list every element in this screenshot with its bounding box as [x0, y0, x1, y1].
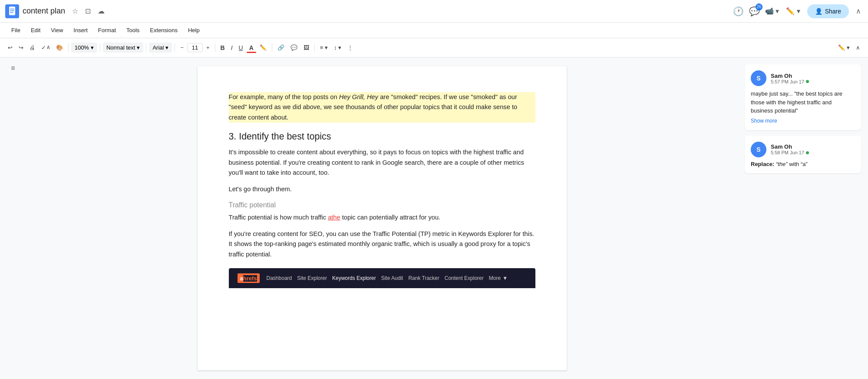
paragraph-4: If you're creating content for SEO, you … — [229, 229, 535, 259]
divider-7 — [314, 43, 315, 52]
menu-view[interactable]: View — [46, 25, 67, 35]
edit-pencil-button[interactable]: ✏️ ▾ — [835, 43, 852, 53]
show-more-link-1[interactable]: Show more — [751, 118, 777, 124]
ahrefs-nav-keywords-explorer[interactable]: Keywords Explorer — [332, 275, 376, 281]
comment-button[interactable]: 💬 — [288, 43, 300, 53]
top-bar: content plan ☆ ⊡ ☁ 🕐 💬 26 📹 ▾ ✏️ ▾ 👤 Sha… — [0, 0, 868, 23]
doc-page: For example, many of the top posts on He… — [198, 66, 567, 370]
avatar-1: S — [751, 70, 766, 86]
share-button[interactable]: 👤 Share — [807, 4, 849, 18]
replace-label: Replace: — [751, 161, 774, 167]
ahrefs-more-label: More — [489, 275, 501, 281]
spell-check-button[interactable]: ✓A — [39, 43, 53, 53]
divider-6 — [272, 43, 272, 52]
online-indicator-1 — [806, 80, 809, 83]
print-button[interactable]: 🖨 — [27, 43, 38, 53]
online-indicator-2 — [806, 151, 809, 154]
ahrefs-logo: ahrefs — [238, 273, 260, 283]
redo-button[interactable]: ↪ — [16, 43, 26, 53]
replace-from: “the” — [776, 161, 788, 167]
menu-extensions[interactable]: Extensions — [145, 25, 182, 35]
highlight-button[interactable]: ✏️ — [257, 43, 269, 53]
ahrefs-nav-more[interactable]: More ▼ — [489, 275, 508, 281]
line-spacing-button[interactable]: ↕ ▾ — [331, 43, 344, 53]
paragraph-2: Let's go through them. — [229, 184, 535, 194]
svg-rect-2 — [10, 10, 14, 11]
decrease-font-btn[interactable]: − — [178, 43, 186, 53]
main-content: ≡ For example, many of the top posts on … — [0, 57, 868, 379]
cloud-icon[interactable]: ☁ — [96, 5, 106, 17]
menu-help[interactable]: Help — [184, 25, 204, 35]
share-label: Share — [825, 8, 841, 15]
divider-5 — [215, 43, 215, 52]
align-button[interactable]: ≡ ▾ — [317, 43, 330, 53]
para3-pre: Traffic potential is how much traffic — [229, 214, 328, 221]
menu-bar: File Edit View Insert Format Tools Exten… — [0, 23, 868, 38]
increase-font-btn[interactable]: + — [204, 43, 212, 53]
highlighted-text: For example, many of the top posts on He… — [229, 93, 518, 121]
collapse-icon[interactable]: ∧ — [854, 5, 863, 17]
ahrefs-nav-dashboard[interactable]: Dashboard — [267, 275, 292, 281]
edit-mode-btn[interactable]: ✏️ ▾ — [784, 5, 802, 17]
comment-author-2: Sam Oh — [771, 143, 809, 150]
zoom-select[interactable]: 100% ▾ — [71, 43, 97, 53]
menu-insert[interactable]: Insert — [69, 25, 92, 35]
font-select[interactable]: Arial ▾ — [149, 43, 172, 53]
underline-button[interactable]: U — [236, 43, 246, 53]
history-icon[interactable]: 🕐 — [733, 6, 744, 17]
folder-icon[interactable]: ⊡ — [83, 5, 92, 17]
image-button[interactable]: 🖼 — [301, 43, 312, 53]
toolbar: ↩ ↪ 🖨 ✓A 🎨 100% ▾ Normal text ▾ Arial ▾ … — [0, 38, 868, 57]
ahrefs-bar: ahrefs Dashboard Site Explorer Keywords … — [229, 268, 535, 288]
comment-header-1: S Sam Oh 5:57 PM Jun 17 — [751, 70, 855, 86]
menu-file[interactable]: File — [7, 25, 25, 35]
paragraph-1: It's impossible to create content about … — [229, 147, 535, 178]
comment-replace-text-2: Replace: “the” with “a” — [751, 161, 855, 167]
undo-button[interactable]: ↩ — [5, 43, 15, 53]
zoom-value: 100% — [75, 44, 89, 51]
zoom-chevron: ▾ — [91, 44, 94, 51]
more-options-button[interactable]: ⋮ — [345, 43, 356, 53]
comment-header-2: S Sam Oh 5:58 PM Jun 17 — [751, 142, 855, 157]
comments-sidebar: S Sam Oh 5:57 PM Jun 17 maybe just say..… — [738, 57, 868, 379]
style-select[interactable]: Normal text ▾ — [103, 43, 143, 53]
font-value: Arial — [152, 44, 164, 51]
link-button[interactable]: 🔗 — [275, 43, 287, 53]
ahrefs-nav-content-explorer[interactable]: Content Explorer — [445, 275, 484, 281]
subheading-traffic: Traffic potential — [229, 201, 535, 209]
heading-3: 3. Identify the best topics — [229, 131, 535, 142]
color-indicator — [247, 52, 256, 53]
outline-icon[interactable]: ≡ — [11, 64, 15, 72]
divider-4 — [175, 43, 175, 52]
italic-button[interactable]: I — [228, 43, 235, 53]
style-value: Normal text — [106, 44, 135, 51]
svg-rect-1 — [10, 9, 14, 10]
text-color-button[interactable]: A — [247, 43, 256, 53]
badge-count: 26 — [756, 3, 762, 10]
paragraph-3: Traffic potential is how much traffic at… — [229, 213, 535, 223]
menu-format[interactable]: Format — [94, 25, 120, 35]
para3-strike: athe — [328, 214, 340, 221]
font-chevron: ▾ — [165, 44, 168, 51]
ahrefs-more-arrow: ▼ — [502, 275, 508, 281]
video-call-btn[interactable]: 📹 ▾ — [765, 7, 779, 15]
star-icon[interactable]: ☆ — [70, 5, 80, 17]
menu-tools[interactable]: Tools — [122, 25, 144, 35]
ahrefs-nav-site-audit[interactable]: Site Audit — [381, 275, 403, 281]
top-right-actions: 🕐 💬 26 📹 ▾ ✏️ ▾ 👤 Share ∧ — [733, 4, 863, 18]
color-a-label: A — [249, 44, 254, 51]
ahrefs-nav: Dashboard Site Explorer Keywords Explore… — [267, 275, 508, 281]
divider-3 — [146, 43, 146, 52]
para4-text: If you're creating content for SEO, you … — [229, 230, 535, 258]
ahrefs-nav-rank-tracker[interactable]: Rank Tracker — [408, 275, 439, 281]
menu-edit[interactable]: Edit — [26, 25, 45, 35]
comments-icon[interactable]: 💬 26 — [749, 6, 760, 17]
paint-format-button[interactable]: 🎨 — [53, 43, 66, 53]
share-icon: 👤 — [815, 8, 822, 15]
para3-post: topic can potentially attract for you. — [340, 214, 441, 221]
bold-button[interactable]: B — [218, 43, 228, 53]
font-size-input[interactable] — [187, 43, 203, 52]
collapse-toolbar-btn[interactable]: ∧ — [853, 43, 863, 53]
ahrefs-nav-site-explorer[interactable]: Site Explorer — [297, 275, 327, 281]
comment-meta-2: Sam Oh 5:58 PM Jun 17 — [771, 143, 809, 155]
